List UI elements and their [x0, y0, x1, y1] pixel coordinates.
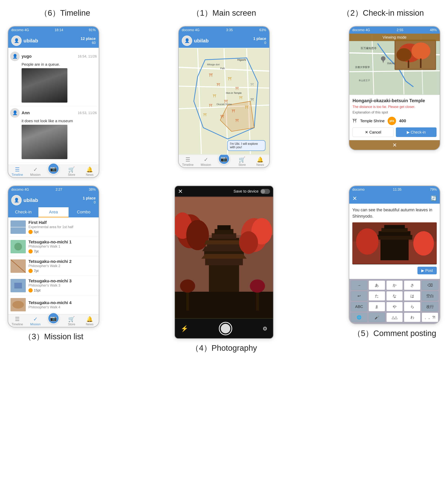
shutter-button[interactable] — [219, 322, 232, 335]
key-na[interactable]: な — [386, 291, 403, 301]
comment-close-btn[interactable]: ✕ — [352, 195, 357, 202]
cancel-button[interactable]: ✕ Cancel — [352, 128, 394, 137]
nav-store-1[interactable]: 🛒 Store — [236, 156, 249, 167]
mission-info-3: Tetsugaku-no-michi 2 Philosopher's Walk … — [29, 259, 96, 273]
key-wa2[interactable]: わ — [404, 312, 420, 322]
tab-checkin[interactable]: Check-in — [8, 207, 38, 217]
nav-camera-6[interactable]: 📷 — [47, 166, 60, 177]
mission-info-5: Tetsugaku-no-michi 4 Philosopher's Walk … — [29, 300, 96, 309]
key-mic[interactable]: 🎤 — [368, 312, 385, 322]
nav-news-6[interactable]: 🔔 News — [83, 166, 96, 177]
camera-btn-6[interactable]: 📷 — [48, 163, 59, 174]
mission-item-1[interactable]: First Half Experimental area for 1st hal… — [8, 217, 99, 237]
post-header-2: 👤 Ann 16:53, 11/26 — [10, 108, 97, 118]
bottom-row: docomo 4G 2:27 38% 👤 ubilab 1 place 0 — [8, 185, 440, 357]
label-screen2: （2）Check-in mission — [337, 8, 429, 22]
comment-refresh-btn[interactable]: 🔄 — [431, 195, 437, 201]
mission-icon-1: ✓ — [204, 156, 208, 163]
mission-item-3[interactable]: Tetsugaku-no-michi 2 Philosopher's Walk … — [8, 256, 99, 276]
mission-thumb-2 — [11, 240, 26, 253]
nav-timeline-6[interactable]: ☰ Timeline — [11, 166, 24, 177]
avatar-6: 👤 — [11, 35, 22, 46]
svg-marker-73 — [201, 254, 247, 259]
svg-text:⛩: ⛩ — [245, 105, 249, 110]
nav-mission-3[interactable]: ✓ Mission — [29, 316, 42, 326]
cancel-x-icon: ✕ — [365, 130, 368, 134]
settings-icon[interactable]: ⚙ — [263, 325, 267, 332]
key-abc[interactable]: ABC — [351, 302, 368, 311]
key-a[interactable]: あ — [368, 280, 385, 290]
close-x-icon[interactable]: ✕ — [392, 142, 397, 148]
flash-icon[interactable]: ⚡ — [181, 325, 188, 332]
keyboard[interactable]: → あ か さ ⌫ ↩ — [349, 279, 440, 324]
battery-5: 79% — [430, 188, 437, 192]
screen-1-main: docomo 4G 3:35 63% 👤 ubilab 1 place 0 — [178, 26, 270, 168]
mission-item-4[interactable]: Tetsugaku-no-michi 3 Philosopher's Walk … — [8, 276, 99, 295]
key-ha[interactable]: は — [404, 291, 420, 301]
nav-news-3[interactable]: 🔔 News — [83, 316, 96, 326]
tab-area[interactable]: Area — [38, 207, 69, 217]
nav-mission-label-6: Mission — [30, 173, 40, 177]
top-labels: （6）Timeline （1）Main screen （2）Check-in m… — [8, 8, 440, 22]
nav-timeline-1[interactable]: ☰ Timeline — [181, 156, 194, 167]
nav-mission-1[interactable]: ✓ Mission — [199, 156, 212, 167]
nav-news-1[interactable]: 🔔 News — [254, 156, 267, 167]
phone-frame-3: docomo 4G 2:27 38% 👤 ubilab 1 place 0 — [8, 185, 99, 327]
pts-val-3: 7pt — [34, 269, 39, 273]
tab-combo-label: Combo — [77, 210, 91, 214]
bottom-nav-1: ☰ Timeline ✓ Mission 📷 🛒 Store — [179, 155, 269, 167]
photo-close-btn[interactable]: ✕ — [178, 188, 183, 195]
mission-pts-3: 7pt — [29, 269, 96, 273]
key-space[interactable]: 空白 — [422, 291, 438, 301]
pts-circle-1 — [29, 230, 33, 234]
points-3: 0 — [83, 200, 96, 204]
camera-btn-1[interactable]: 📷 — [218, 153, 230, 164]
nav-timeline-3[interactable]: ☰ Timeline — [11, 316, 24, 326]
tab-combo[interactable]: Combo — [69, 207, 99, 217]
save-toggle[interactable] — [260, 189, 270, 194]
key-return[interactable]: ↩ — [351, 291, 368, 301]
key-return-enter[interactable]: 改行 — [422, 302, 438, 311]
nav-store-6[interactable]: 🛒 Store — [65, 166, 78, 177]
key-backspace[interactable]: ⌫ — [422, 280, 438, 290]
checkin-button[interactable]: ▶ Check-in — [396, 128, 436, 137]
mission-item-5[interactable]: Tetsugaku-no-michi 4 Philosopher's Walk … — [8, 295, 99, 314]
mission-tabs: Check-in Area Combo — [8, 207, 99, 217]
key-sa[interactable]: さ — [404, 280, 420, 290]
key-globe[interactable]: 🌐 — [351, 312, 368, 322]
key-arrow-right[interactable]: → — [351, 280, 368, 290]
place-1: 1 place — [253, 36, 266, 41]
pts-val-4: 15pt — [34, 289, 40, 292]
key-ka[interactable]: か — [386, 280, 403, 290]
svg-point-64 — [186, 220, 209, 250]
key-ma[interactable]: ま — [368, 302, 385, 311]
nav-camera-1[interactable]: 📷 — [217, 156, 231, 167]
svg-rect-57 — [14, 283, 22, 289]
svg-text:⛩: ⛩ — [250, 98, 254, 102]
svg-point-81 — [180, 279, 195, 293]
post-time-2: 16:53, 11/26 — [78, 111, 97, 115]
nav-mission-6[interactable]: ✓ Mission — [29, 166, 42, 177]
key-ya[interactable]: や — [386, 302, 403, 311]
key-ta[interactable]: た — [368, 291, 385, 301]
checkin-pts-val: 400 — [399, 118, 406, 123]
mission-sub-5: Philosopher's Walk 4 — [29, 305, 96, 309]
store-icon-6: 🛒 — [68, 166, 75, 173]
camera-btn-3[interactable]: 📷 — [48, 312, 59, 324]
tab-area-label: Area — [49, 210, 58, 214]
key-ra[interactable]: ら — [404, 302, 420, 311]
post-button[interactable]: ▶ Post — [417, 267, 437, 274]
mission-name-2: Tetsugaku-no-michi 1 — [29, 240, 96, 244]
mission-list: First Half Experimental area for 1st hal… — [8, 217, 99, 314]
phone-frame-6: docomo 4G 18:14 91% 👤 ubilab 12 place 60 — [8, 26, 99, 178]
checkin-map: Viewing mode 百万遍知恩寺 数学の道 — [349, 34, 440, 95]
mission-item-2[interactable]: Tetsugaku-no-michi 1 Philosopher's Walk … — [8, 237, 99, 256]
key-punctuation[interactable]: 、。?! — [422, 312, 438, 322]
checkin-type-row: ⛩ Temple Shrine pts 400 — [352, 117, 436, 125]
nav-store-3[interactable]: 🛒 Store — [65, 316, 78, 326]
nav-timeline-label-6: Timeline — [12, 173, 23, 177]
key-wa[interactable]: △△ — [386, 312, 403, 322]
logo-area-1: 👤 ubilab — [182, 35, 209, 46]
svg-rect-47 — [420, 58, 421, 68]
nav-camera-3[interactable]: 📷 — [47, 316, 60, 326]
